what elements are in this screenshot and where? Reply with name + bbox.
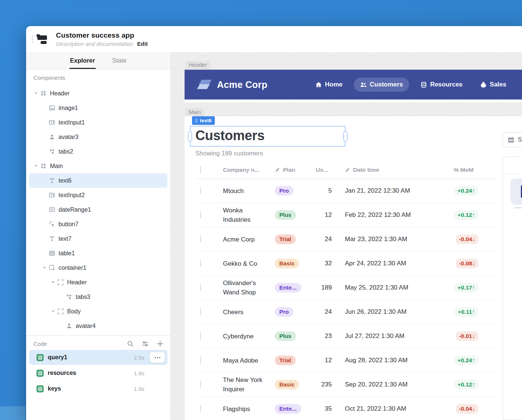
tree-item-table1[interactable]: table1 [29, 246, 167, 260]
tree-item-text6[interactable]: text6 [29, 173, 167, 188]
column-header-datetime[interactable]: Date time [345, 167, 438, 173]
row-checkbox[interactable] [200, 260, 201, 267]
company-name: Gekko & Co [223, 259, 257, 268]
resize-handle-right[interactable] [343, 131, 348, 142]
chevron-down-icon[interactable] [31, 164, 40, 168]
tree-item-button7[interactable]: button7 [29, 217, 167, 231]
row-checkbox[interactable] [200, 381, 201, 388]
table-row[interactable]: Wonka Industries Plus 12 Feb 22, 2022 12… [196, 203, 496, 227]
table-row[interactable]: Flagships Ente... 35 Oct 21, 2022 1:30 A… [196, 397, 496, 420]
table-row[interactable]: Acme Corp Trial 24 Mar 23, 2022 1:30 AM … [196, 227, 496, 252]
tree-item-label: textInput1 [59, 119, 85, 126]
row-checkbox[interactable] [200, 284, 201, 291]
row-checkbox[interactable] [200, 405, 201, 412]
users-count: 24 [312, 308, 332, 316]
plan-badge: Basic [275, 380, 299, 389]
tree-item-tabs2[interactable]: tabs2 [29, 144, 167, 159]
row-checkbox[interactable] [200, 236, 201, 243]
frame-icon [40, 163, 47, 169]
resize-handle-left[interactable] [188, 131, 192, 142]
tree-item-image1[interactable]: image1 [29, 101, 167, 115]
tree-item-text7[interactable]: text7 [29, 231, 167, 246]
nav-item-label: Sales [490, 81, 506, 88]
table-header-row: Company n... Plan Us... Date time % MoM [196, 161, 496, 179]
sidebar-tab-explorer[interactable]: Explorer [69, 52, 96, 69]
row-checkbox[interactable] [200, 187, 201, 194]
more-options-button[interactable] [150, 352, 165, 363]
tree-item-textinput2[interactable]: textInput2 [29, 188, 167, 202]
chevron-down-icon[interactable] [31, 91, 40, 95]
tree-item-container1[interactable]: container1 [29, 260, 167, 275]
app-builder-window: Customer success app Description and doc… [26, 26, 522, 420]
edit-description-button[interactable]: Edit [137, 41, 148, 47]
table-row[interactable]: Cheers Pro 24 Jun 26, 2022 1:30 AM +0.11… [196, 300, 496, 324]
calendar-icon [507, 136, 515, 143]
editor-canvas[interactable]: Header Acme Corp HomeCustomersResourcesS… [171, 52, 522, 420]
tree-item-header[interactable]: Header [29, 275, 167, 290]
nav-item-resources[interactable]: Resources [414, 78, 469, 92]
code-item-keys[interactable]: keys1.8s [29, 381, 167, 396]
chevron-down-icon[interactable] [48, 280, 57, 284]
table-row[interactable]: Ollivander's Wand Shop Ente... 189 May 2… [196, 276, 496, 300]
table-row[interactable]: The New York Inquirer Basic 235 Sep 20, … [196, 373, 496, 397]
row-checkbox[interactable] [200, 357, 201, 364]
main-section-tag[interactable]: Main [185, 108, 204, 117]
sidebar-tab-bar: ExplorerState [26, 52, 170, 69]
tree-item-label: textInput2 [59, 192, 85, 199]
plan-badge: Ente... [275, 404, 301, 414]
tree-item-body[interactable]: Body [29, 304, 167, 319]
tree-item-main[interactable]: Main [29, 159, 167, 173]
users-count: 32 [312, 260, 332, 267]
tree-item-header[interactable]: Header [29, 86, 167, 101]
code-item-query1[interactable]: query12.5s [29, 350, 167, 365]
tree-item-avatar3[interactable]: avatar3 [29, 130, 167, 144]
query-table-icon [37, 370, 44, 377]
selected-component-tag[interactable]: text6 [192, 116, 215, 125]
column-header-users[interactable]: Us... [312, 167, 332, 173]
code-item-resources[interactable]: resources1.8s [29, 366, 167, 380]
chevron-down-icon[interactable] [48, 309, 57, 313]
nav-item-home[interactable]: Home [309, 78, 349, 92]
tree-item-textinput1[interactable]: textInput1 [29, 115, 167, 130]
drag-handle-icon[interactable] [31, 34, 34, 44]
table-row[interactable]: Gekko & Co Basic 32 Apr 24, 2022 1:30 AM… [196, 252, 496, 276]
column-header-mom[interactable]: % MoM [438, 167, 496, 173]
row-checkbox[interactable] [200, 211, 201, 218]
tree-item-avatar4[interactable]: avatar4 [29, 319, 167, 333]
drag-dots-icon [195, 119, 198, 123]
nav-item-customers[interactable]: Customers [354, 78, 409, 92]
tree-item-daterange1[interactable]: dateRange1 [29, 202, 167, 217]
tree-item-tabs3[interactable]: tabs3 [29, 290, 167, 304]
text-icon [49, 236, 55, 242]
column-header-plan[interactable]: Plan [275, 167, 312, 173]
mom-value: +0.12↑ [454, 380, 478, 389]
selected-component-name: text6 [200, 118, 212, 123]
table-row[interactable]: Cyberdyne Plus 23 Jul 27, 2022 1:30 AM -… [196, 324, 496, 348]
mom-value: +0.24↑ [454, 356, 478, 365]
detail-tab-pill[interactable] [510, 179, 522, 205]
sidebar-tab-state[interactable]: State [111, 52, 128, 69]
selection-box[interactable] [190, 126, 345, 146]
chevron-down-icon[interactable] [40, 266, 49, 270]
users-count: 235 [312, 381, 332, 388]
table-row[interactable]: Maya Adobe Trial 12 Aug 28, 2022 1:30 AM… [196, 348, 496, 373]
tree-item-label: text6 [59, 177, 72, 184]
search-icon[interactable] [127, 340, 134, 347]
select-all-checkbox[interactable] [200, 166, 201, 173]
date-range-button[interactable]: S [503, 132, 522, 147]
row-checkbox[interactable] [200, 308, 201, 315]
filter-sliders-icon[interactable] [142, 340, 149, 347]
customer-count-text: Showing 189 customers [195, 150, 263, 157]
query-run-time: 1.8s [134, 370, 148, 376]
tree-item-label: dateRange1 [59, 206, 91, 213]
table-icon [49, 250, 55, 256]
add-query-icon[interactable] [157, 340, 164, 347]
row-checkbox[interactable] [200, 332, 201, 340]
nav-item-sales[interactable]: Sales [474, 78, 512, 92]
header-section-tag[interactable]: Header [185, 61, 210, 69]
column-header-company[interactable]: Company n... [223, 167, 275, 173]
table-row[interactable]: Mtouch Pro 5 Jan 21, 2022 12:30 AM +0.24… [196, 179, 496, 203]
tree-item-label: tabs2 [59, 148, 73, 155]
main-app-area: text6 Customers Showing 189 customers S … [185, 116, 522, 420]
text-input-icon [49, 119, 55, 126]
